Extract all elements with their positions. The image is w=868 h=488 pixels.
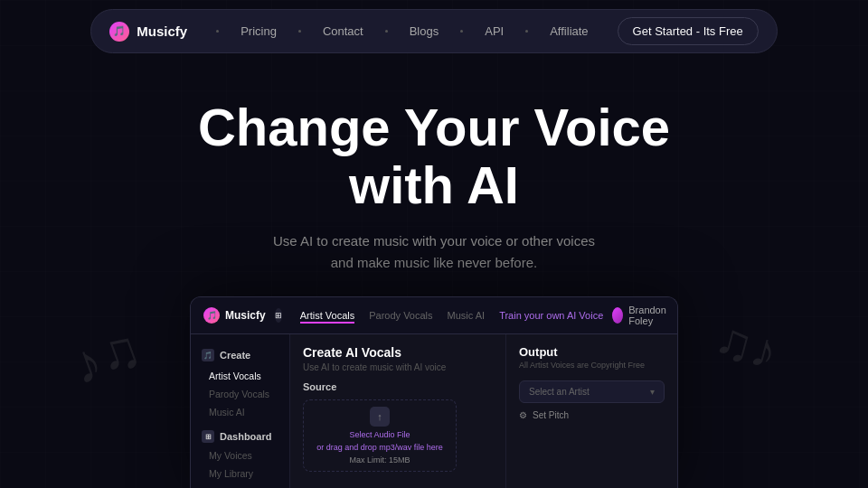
nav-dot-5 [525,30,528,33]
upload-select-text: Select Audio File [349,430,410,439]
hero-subtitle-line2: and make music like never before. [331,255,537,270]
logo-area: 🎵 Musicfy [109,22,187,42]
hero-title-line1: Change Your Voice [198,98,670,156]
app-logo-dot: 🎵 [203,307,220,324]
chevron-down-icon: ▾ [677,311,678,321]
sidebar-item-music-ai[interactable]: Music AI [191,403,289,421]
dashboard-icon: ⊞ [202,430,214,443]
logo-text: Musicfy [137,23,187,39]
upload-icon: ↑ [370,407,390,427]
select-artist-placeholder: Select an Artist [529,387,590,397]
upload-box[interactable]: ↑ Select Audio File or drag and drop mp3… [303,399,457,472]
output-title: Output [519,345,665,359]
upload-limit-text: Max Limit: 15MB [349,455,410,465]
nav-dot-4 [460,30,463,33]
set-pitch-label: Set Pitch [533,410,569,420]
upload-drag-text: or drag and drop mp3/wav file here [316,443,443,452]
app-user-name: Brandon Foley [628,305,672,326]
nav-inner: 🎵 Musicfy Pricing Contact Blogs API Affi… [90,9,777,53]
app-preview: 🎵 Musicfy ⊞ Artist Vocals Parody Vocals … [190,296,678,488]
navbar: 🎵 Musicfy Pricing Contact Blogs API Affi… [0,0,868,62]
nav-dot-1 [216,30,219,33]
output-subtitle: All Artist Voices are Copyright Free [519,361,665,370]
nav-link-contact[interactable]: Contact [323,24,363,38]
nav-link-blogs[interactable]: Blogs [410,24,439,38]
app-main-content: Create AI Vocals Use AI to create music … [290,334,505,488]
upload-format: mp3/wav [379,443,411,452]
app-logo-area: 🎵 Musicfy [203,307,266,324]
sidebar-dashboard-text: Dashboard [220,431,271,442]
select-artist-dropdown[interactable]: Select an Artist ▾ [519,380,665,403]
sidebar-item-parody-vocals[interactable]: Parody Vocals [191,385,289,403]
source-section-label: Source [303,381,493,392]
hero-title-line2: with AI [349,155,519,214]
hero-subtitle-line1: Use AI to create music with your voice o… [273,233,595,249]
app-grid-icon: ⊞ [275,308,282,323]
app-output-panel: Output All Artist Voices are Copyright F… [505,334,677,488]
app-main-title: Create AI Vocals [303,345,493,360]
pitch-gear-icon: ⚙ [519,410,527,420]
upload-drag2: file here [414,443,443,452]
set-pitch-row[interactable]: ⚙ Set Pitch [519,410,665,420]
app-topbar: 🎵 Musicfy ⊞ Artist Vocals Parody Vocals … [191,297,677,334]
app-tab-artist-vocals[interactable]: Artist Vocals [300,307,355,324]
nav-dot-2 [298,30,301,33]
sidebar-dashboard-label: ⊞ Dashboard [191,421,289,446]
sidebar-create-text: Create [220,350,250,361]
app-logo-name: Musicfy [225,309,266,322]
sidebar-create-label: 🎵 Create [191,343,289,367]
select-artist-chevron-icon: ▾ [650,387,655,397]
nav-link-pricing[interactable]: Pricing [241,24,277,38]
nav-cta-button[interactable]: Get Started - Its Free [618,17,759,45]
app-main-subtitle: Use AI to create music with AI voice [303,362,493,372]
sidebar-item-my-history[interactable]: My History [191,483,289,488]
create-icon: 🎵 [202,349,214,361]
app-sidebar: 🎵 Create Artist Vocals Parody Vocals Mus… [191,334,290,488]
hero-title: Change Your Voice with AI [18,99,850,214]
sidebar-item-my-library[interactable]: My Library [191,465,289,483]
hero-subtitle: Use AI to create music with your voice o… [18,230,850,274]
app-tab-music-ai[interactable]: Music AI [448,307,486,324]
app-tab-parody-vocals[interactable]: Parody Vocals [369,307,432,324]
nav-link-affiliate[interactable]: Affiliate [550,24,588,38]
nav-link-api[interactable]: API [485,24,504,38]
app-body: 🎵 Create Artist Vocals Parody Vocals Mus… [191,334,677,488]
upload-label: Select Audio File [349,430,410,439]
app-user-avatar [612,307,623,324]
logo-icon: 🎵 [109,22,129,42]
app-tab-train-ai[interactable]: Train your own AI Voice [499,307,603,324]
app-user-area: Brandon Foley ▾ [612,305,678,326]
sidebar-item-artist-vocals[interactable]: Artist Vocals [191,367,289,385]
sidebar-item-my-voices[interactable]: My Voices [191,446,289,465]
app-nav-tabs: Artist Vocals Parody Vocals Music AI Tra… [300,307,604,324]
nav-dot-3 [385,30,388,33]
upload-drag: or drag and drop [316,443,377,452]
logo-music-icon: 🎵 [113,25,126,37]
